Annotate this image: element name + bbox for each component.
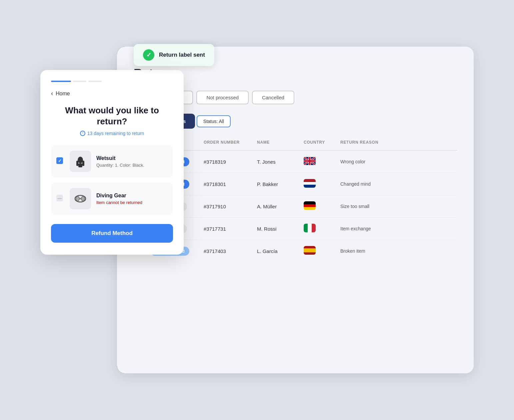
toast-text: Return label sent <box>159 52 205 58</box>
name-cell-2: P. Bakker <box>257 181 304 187</box>
svg-rect-3 <box>82 161 84 166</box>
flag-es <box>304 246 316 255</box>
return-reason-5: Broken item <box>340 248 457 254</box>
item-name-wetsuit: Wetsuit <box>96 155 168 161</box>
svg-rect-8 <box>79 198 82 199</box>
order-num-2: #3718301 <box>204 181 257 187</box>
progress-step-3 <box>88 81 102 82</box>
col-reason: RETURN REASON <box>340 140 457 147</box>
order-num-3: #3717910 <box>204 204 257 209</box>
item-name-diving-gear: Diving Gear <box>96 193 168 199</box>
flag-uk <box>304 157 316 165</box>
svg-rect-2 <box>76 161 78 166</box>
item-info-wetsuit: Wetsuit Quantity: 1. Color: Black. <box>96 155 168 168</box>
return-item-diving-gear: — Diving Gear Item cannot be retu <box>51 183 173 215</box>
svg-point-6 <box>76 196 79 201</box>
item-cannot-return-diving-gear: Item cannot be returned <box>96 200 168 205</box>
return-reason-1: Wrong color <box>340 159 457 164</box>
refund-method-button[interactable]: Refund Method <box>51 224 173 243</box>
scene: Returns Upcoming returns Not processed C… <box>40 27 474 393</box>
name-cell-4: M. Rossi <box>257 226 304 232</box>
return-reason-2: Changed mind <box>340 181 457 187</box>
name-cell-3: A. Müller <box>257 204 304 209</box>
item-image-wetsuit <box>70 151 91 172</box>
return-reason-4: Item exchange <box>340 226 457 231</box>
status-filter-button[interactable]: Status: All <box>197 115 231 127</box>
return-reason-3: Size too small <box>340 204 457 209</box>
svg-point-7 <box>81 196 85 201</box>
modal-question: What would you like to return? <box>51 105 173 127</box>
svg-rect-4 <box>78 163 82 167</box>
return-items-list: Wetsuit Quantity: 1. Color: Black. — <box>51 145 173 215</box>
flag-it <box>304 224 316 232</box>
item-checkbox-diving-gear: — <box>56 195 63 201</box>
svg-point-1 <box>78 157 83 163</box>
toast-notification: ✓ Return label sent <box>134 44 214 66</box>
return-item-wetsuit: Wetsuit Quantity: 1. Color: Black. <box>51 145 173 177</box>
order-num-5: #3717403 <box>204 248 257 254</box>
progress-step-1 <box>51 81 71 82</box>
progress-step-2 <box>73 81 86 82</box>
modal-progress <box>51 81 173 82</box>
return-modal-card: ‹ Home What would you like to return? 13… <box>40 70 184 255</box>
item-checkbox-wetsuit[interactable] <box>56 157 63 164</box>
col-name: NAME <box>257 140 304 147</box>
flag-de <box>304 201 316 210</box>
days-remaining: 13 days remaining to return <box>51 131 173 136</box>
flag-nl <box>304 179 316 188</box>
days-remaining-text: 13 days remaining to return <box>87 131 144 136</box>
col-order: ORDER NUMBER <box>204 140 257 147</box>
order-num-1: #3718319 <box>204 159 257 165</box>
back-home-label: Home <box>56 91 70 97</box>
order-num-4: #3717731 <box>204 226 257 232</box>
back-home-link[interactable]: ‹ Home <box>51 90 173 97</box>
tab-cancelled[interactable]: Cancelled <box>252 91 294 104</box>
name-cell-1: T. Jones <box>257 159 304 165</box>
toast-check-icon: ✓ <box>143 49 154 61</box>
item-info-diving-gear: Diving Gear Item cannot be returned <box>96 193 168 205</box>
item-desc-wetsuit: Quantity: 1. Color: Black. <box>96 163 168 168</box>
col-country: COUNTRY <box>304 140 340 147</box>
item-image-diving-gear <box>70 188 91 209</box>
back-arrow-icon: ‹ <box>51 90 53 97</box>
clock-icon <box>80 131 85 136</box>
tab-not-processed[interactable]: Not processed <box>196 91 249 104</box>
name-cell-5: L. García <box>257 248 304 254</box>
